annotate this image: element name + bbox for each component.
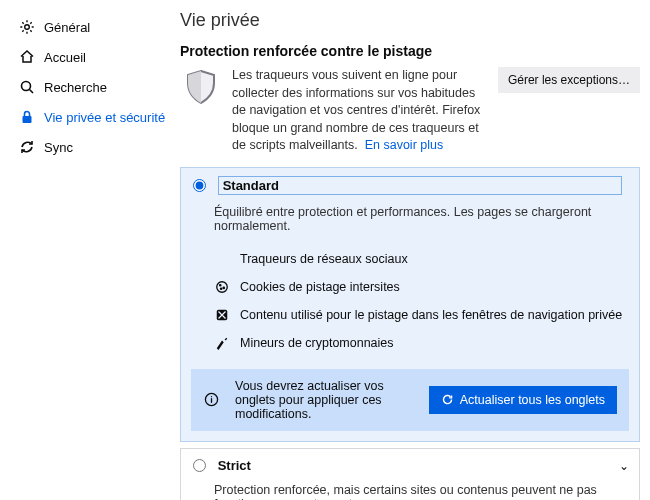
tracking-content-icon: [214, 307, 230, 323]
chevron-down-icon[interactable]: ⌄: [619, 459, 629, 473]
refresh-tabs-button[interactable]: Actualiser tous les onglets: [429, 386, 617, 414]
svg-point-1: [22, 82, 31, 91]
page-title: Vie privée: [180, 10, 640, 31]
svg-point-6: [220, 288, 221, 289]
sidebar: Général Accueil Recherche Vie privée et …: [0, 0, 180, 500]
manage-exceptions-button[interactable]: Gérer les exceptions…: [498, 67, 640, 93]
tracker-item: Traqueurs de réseaux sociaux: [214, 245, 627, 273]
svg-point-4: [220, 284, 221, 285]
svg-rect-2: [23, 116, 32, 123]
sync-icon: [18, 138, 36, 156]
intro-text: Les traqueurs vous suivent en ligne pour…: [232, 67, 488, 155]
cryptominer-icon: [214, 335, 230, 351]
refresh-notice: Vous devrez actualiser vos onglets pour …: [191, 369, 629, 431]
nav-general[interactable]: Général: [10, 12, 180, 42]
learn-more-link[interactable]: En savoir plus: [365, 138, 444, 152]
info-icon: [203, 392, 219, 408]
svg-point-5: [223, 287, 224, 288]
svg-point-3: [217, 281, 228, 292]
lock-icon: [18, 108, 36, 126]
option-title: Standard: [218, 176, 622, 195]
nav-privacy[interactable]: Vie privée et sécurité: [10, 102, 180, 132]
cookie-icon: [214, 279, 230, 295]
main-content: Vie privée Protection renforcée contre l…: [180, 0, 650, 500]
home-icon: [18, 48, 36, 66]
refresh-text: Vous devrez actualiser vos onglets pour …: [235, 379, 419, 421]
option-standard[interactable]: Standard Équilibré entre protection et p…: [180, 167, 640, 442]
nav-label: Général: [44, 20, 90, 35]
tracker-list: Traqueurs de réseaux sociaux Cookies de …: [181, 241, 639, 363]
radio-standard[interactable]: [193, 179, 206, 192]
option-strict[interactable]: ⌄ Strict Protection renforcée, mais cert…: [180, 448, 640, 501]
nav-label: Accueil: [44, 50, 86, 65]
option-subtitle: Protection renforcée, mais certains site…: [181, 481, 639, 500]
search-icon: [18, 78, 36, 96]
shield-icon: [180, 67, 222, 109]
nav-sync[interactable]: Sync: [10, 132, 180, 162]
intro-row: Les traqueurs vous suivent en ligne pour…: [180, 67, 640, 155]
gear-icon: [18, 18, 36, 36]
option-title: Strict: [218, 458, 622, 473]
radio-strict[interactable]: [193, 459, 206, 472]
svg-point-0: [25, 25, 30, 30]
nav-label: Vie privée et sécurité: [44, 110, 165, 125]
nav-label: Sync: [44, 140, 73, 155]
social-tracker-icon: [214, 251, 230, 267]
nav-label: Recherche: [44, 80, 107, 95]
refresh-icon: [441, 393, 454, 406]
tracker-item: Mineurs de cryptomonnaies: [214, 329, 627, 357]
nav-search[interactable]: Recherche: [10, 72, 180, 102]
tracker-item: Cookies de pistage intersites: [214, 273, 627, 301]
tracker-item: Contenu utilisé pour le pistage dans les…: [214, 301, 627, 329]
section-title: Protection renforcée contre le pistage: [180, 43, 640, 59]
option-subtitle: Équilibré entre protection et performanc…: [181, 203, 639, 241]
nav-home[interactable]: Accueil: [10, 42, 180, 72]
